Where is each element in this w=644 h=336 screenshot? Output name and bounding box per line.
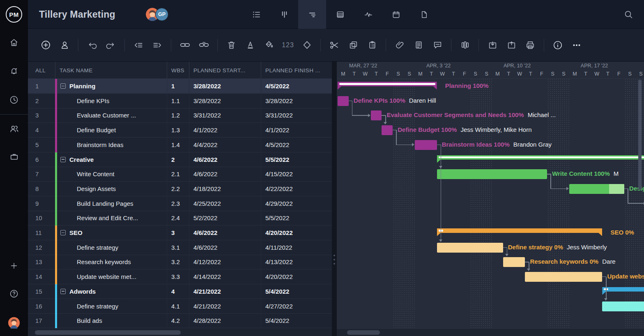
milestone-button[interactable] bbox=[299, 37, 315, 53]
task-name-cell[interactable]: Adwords bbox=[55, 284, 167, 299]
wbs-cell[interactable]: 1.3 bbox=[167, 123, 189, 137]
task-name-cell[interactable]: Review and Edit Cre... bbox=[55, 211, 167, 225]
column-header[interactable]: PLANNED START... bbox=[189, 62, 261, 79]
tab-sheet[interactable] bbox=[326, 0, 354, 29]
start-cell[interactable]: 4/6/2022 bbox=[189, 152, 261, 167]
wbs-cell[interactable]: 1 bbox=[167, 79, 189, 93]
indent-button[interactable] bbox=[150, 37, 165, 53]
app-logo[interactable]: PM bbox=[0, 0, 28, 29]
task-bar[interactable] bbox=[503, 257, 525, 267]
sidebar-history[interactable] bbox=[0, 90, 28, 110]
start-cell[interactable]: 4/14/2022 bbox=[189, 269, 261, 284]
finish-cell[interactable]: 4/5/2022 bbox=[261, 138, 332, 152]
columns-button[interactable] bbox=[457, 37, 473, 53]
task-bar[interactable] bbox=[338, 96, 349, 106]
task-bar[interactable] bbox=[415, 140, 437, 150]
sidebar-portfolio[interactable] bbox=[0, 147, 28, 166]
task-name-cell[interactable]: Evaluate Customer ... bbox=[55, 108, 167, 122]
finish-cell[interactable]: 5/5/2022 bbox=[261, 211, 332, 225]
collapse-toggle-icon[interactable] bbox=[60, 289, 66, 294]
table-row[interactable]: 15Adwords44/21/20225/4/2022 bbox=[28, 284, 332, 299]
wbs-cell[interactable]: 3.2 bbox=[167, 255, 189, 269]
tab-gantt[interactable] bbox=[298, 0, 326, 29]
finish-cell[interactable]: 4/1/2022 bbox=[261, 123, 332, 137]
collapse-toggle-icon[interactable] bbox=[60, 157, 66, 162]
more-button[interactable] bbox=[569, 37, 584, 53]
undo-button[interactable] bbox=[84, 37, 100, 53]
start-cell[interactable]: 3/28/2022 bbox=[189, 79, 261, 93]
start-cell[interactable]: 4/4/2022 bbox=[189, 138, 261, 152]
fill-color-button[interactable] bbox=[261, 37, 277, 53]
start-cell[interactable]: 3/31/2022 bbox=[189, 108, 261, 122]
delete-button[interactable] bbox=[223, 37, 239, 53]
finish-cell[interactable]: 4/13/2022 bbox=[261, 255, 332, 269]
task-bar[interactable] bbox=[437, 243, 503, 253]
print-button[interactable] bbox=[522, 37, 538, 53]
start-cell[interactable]: 4/21/2022 bbox=[189, 299, 261, 313]
gantt-vscroll-thumb[interactable] bbox=[638, 80, 642, 190]
copy-button[interactable] bbox=[345, 37, 361, 53]
avatar-gp[interactable]: GP bbox=[155, 8, 168, 21]
wbs-cell[interactable]: 2.3 bbox=[167, 196, 189, 211]
collapse-toggle-icon[interactable] bbox=[60, 83, 66, 89]
table-hscroll-thumb[interactable] bbox=[35, 330, 181, 335]
task-name-cell[interactable]: Define strategy bbox=[55, 299, 167, 313]
sidebar-profile[interactable] bbox=[0, 313, 28, 333]
finish-cell[interactable]: 4/29/2022 bbox=[261, 196, 332, 211]
tab-activity[interactable] bbox=[354, 0, 382, 29]
table-row[interactable]: 1Planning13/28/20224/5/2022 bbox=[28, 79, 332, 94]
start-cell[interactable]: 5/2/2022 bbox=[189, 211, 261, 225]
table-row[interactable]: 4Define Budget1.34/1/20224/1/2022 bbox=[28, 123, 332, 138]
unlink-tasks-button[interactable] bbox=[196, 37, 212, 53]
table-row[interactable]: 7Write Content2.14/6/20224/15/2022 bbox=[28, 167, 332, 182]
font-color-button[interactable] bbox=[242, 37, 258, 53]
start-cell[interactable]: 4/6/2022 bbox=[189, 240, 261, 255]
tab-list[interactable] bbox=[242, 0, 270, 29]
task-bar[interactable] bbox=[525, 272, 602, 282]
outdent-button[interactable] bbox=[131, 37, 146, 53]
sidebar-help[interactable] bbox=[0, 284, 28, 304]
attachment-button[interactable] bbox=[392, 37, 407, 53]
finish-cell[interactable]: 5/5/2022 bbox=[261, 152, 332, 167]
number-format-button[interactable]: 123 bbox=[280, 37, 296, 53]
add-task-button[interactable] bbox=[38, 37, 53, 53]
finish-cell[interactable]: 5/4/2022 bbox=[261, 313, 332, 328]
task-name-cell[interactable]: Define Budget bbox=[55, 123, 167, 137]
wbs-cell[interactable]: 3.1 bbox=[167, 240, 189, 255]
import-button[interactable] bbox=[485, 37, 500, 53]
task-name-cell[interactable]: Define KPIs bbox=[55, 94, 167, 108]
start-cell[interactable]: 4/25/2022 bbox=[189, 196, 261, 211]
tab-board[interactable] bbox=[270, 0, 298, 29]
finish-cell[interactable]: 4/20/2022 bbox=[261, 226, 332, 240]
assign-user-button[interactable] bbox=[57, 37, 72, 53]
wbs-cell[interactable]: 2.2 bbox=[167, 182, 189, 196]
task-bar[interactable] bbox=[382, 125, 393, 135]
export-button[interactable] bbox=[504, 37, 519, 53]
finish-cell[interactable]: 4/11/2022 bbox=[261, 240, 332, 255]
member-avatars[interactable]: GP bbox=[146, 8, 168, 21]
task-name-cell[interactable]: Design Assets bbox=[55, 182, 167, 196]
table-row[interactable]: 8Design Assets2.24/18/20224/22/2022 bbox=[28, 182, 332, 196]
task-name-cell[interactable]: Write Content bbox=[55, 167, 167, 181]
start-cell[interactable]: 4/6/2022 bbox=[189, 167, 261, 181]
task-name-cell[interactable]: Build Landing Pages bbox=[55, 196, 167, 211]
redo-button[interactable] bbox=[103, 37, 119, 53]
table-row[interactable]: 10Review and Edit Cre...2.45/2/20225/5/2… bbox=[28, 211, 332, 226]
collapse-toggle-icon[interactable] bbox=[60, 230, 66, 235]
table-row[interactable]: 14Update website met...3.34/14/20224/20/… bbox=[28, 269, 332, 284]
finish-cell[interactable]: 4/27/2022 bbox=[261, 299, 332, 313]
all-filter-header[interactable]: ALL bbox=[28, 62, 55, 79]
column-header[interactable]: PLANNED FINISH ... bbox=[261, 62, 332, 79]
finish-cell[interactable]: 4/20/2022 bbox=[261, 269, 332, 284]
start-cell[interactable]: 4/28/2022 bbox=[189, 313, 261, 328]
table-row[interactable]: 2Define KPIs1.13/28/20223/28/2022 bbox=[28, 94, 332, 108]
summary-bar[interactable] bbox=[338, 82, 437, 90]
start-cell[interactable]: 4/12/2022 bbox=[189, 255, 261, 269]
wbs-cell[interactable]: 4.1 bbox=[167, 299, 189, 313]
tab-report[interactable] bbox=[410, 0, 438, 29]
task-name-cell[interactable]: Define strategy bbox=[55, 240, 167, 255]
wbs-cell[interactable]: 1.2 bbox=[167, 108, 189, 122]
notes-button[interactable] bbox=[411, 37, 426, 53]
finish-cell[interactable]: 4/5/2022 bbox=[261, 79, 332, 93]
wbs-cell[interactable]: 2.1 bbox=[167, 167, 189, 181]
